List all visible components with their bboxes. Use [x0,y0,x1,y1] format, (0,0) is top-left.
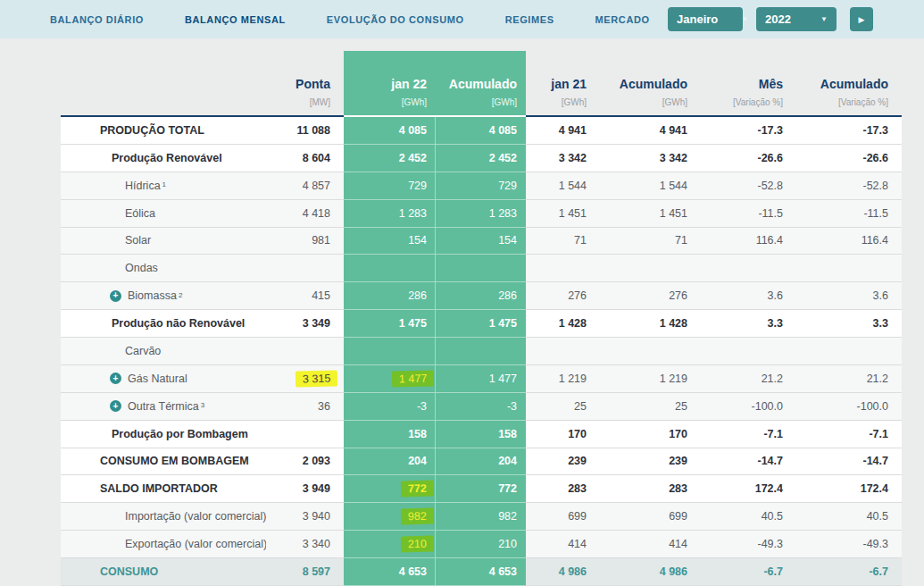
tab-regimes[interactable]: Regimes [505,14,554,25]
table-row-carvao: Carvão [61,338,902,365]
cell-value: 204 [408,455,427,467]
value-cell: 116.4 [712,228,801,255]
value-cell: 40.5 [712,503,801,531]
value-cell: -52.8 [712,172,801,200]
row-label-cell: Hídrica1 [61,172,266,200]
value-cell: 21.2 [712,365,801,393]
cell-value: 4 085 [489,124,517,137]
cell-value: 239 [669,455,687,467]
cell-value: 11 088 [296,124,330,137]
row-label: Outra Térmica [128,400,199,413]
cell-value: 170 [669,428,687,440]
row-label: SALDO IMPORTADOR [100,482,218,495]
expand-plus-icon[interactable]: + [110,400,121,412]
value-cell: 40.5 [801,503,902,531]
table-header-row: Ponta[MW]jan 22[GWh]Acumulado[GWh]jan 21… [61,38,902,117]
cell-value: 36 [318,400,330,413]
cell-value: -7.1 [869,428,888,440]
cell-value: -49.3 [863,538,889,550]
value-cell: 415 [266,282,344,310]
value-cell: -49.3 [712,531,801,558]
cell-value: 2 093 [303,455,330,467]
cell-value: 21.2 [762,373,783,385]
row-label: Gás Natural [128,373,187,385]
footnote-ref: 1 [162,180,166,188]
table-row-saldo-importador: SALDO IMPORTADOR3 949772772283283172.417… [61,475,902,503]
value-cell: 3.3 [801,310,902,338]
tab-balanco-mensal[interactable]: Balanço Mensal [185,14,286,25]
value-cell: 3 940 [266,503,344,531]
value-cell: 1 475 [344,310,435,338]
footnote-ref: 3 [201,401,204,409]
value-cell: 1 544 [618,172,712,200]
value-cell: 1 477 [344,365,435,393]
expand-plus-icon[interactable]: + [110,373,121,384]
row-label-cell: Exportação (valor comercial) [61,531,266,558]
marker-highlight: 1 477 [391,370,434,387]
tab-evolucao-do-consumo[interactable]: Evolução do Consumo [327,14,464,25]
value-cell: 3 340 [266,531,344,558]
value-cell [526,255,618,282]
value-cell: 71 [618,228,712,255]
column-label: jan 21 [551,77,587,91]
value-cell [344,255,435,282]
tab-mercado[interactable]: Mercado [595,14,650,25]
value-cell: 699 [618,503,712,531]
marker-highlight: 3 315 [295,370,337,387]
cell-value: 3 349 [303,317,330,330]
row-label: PRODUÇÃO TOTAL [100,124,204,137]
cell-value: 4 653 [489,565,517,578]
cell-value: 172.4 [861,482,888,495]
value-cell [266,421,344,448]
value-cell: 3.6 [801,282,902,310]
cell-value: 158 [498,428,517,440]
cell-value: -52.8 [758,180,784,192]
cell-value: 25 [574,400,587,413]
cell-value: -17.3 [758,124,784,137]
value-cell: -14.7 [801,448,902,476]
next-period-button[interactable]: ▶ [850,7,873,31]
period-controls: Janeiro ▼ 2022 ▼ ▶ [668,7,924,31]
value-cell: 1 219 [618,365,712,393]
row-label-cell: Produção por Bombagem [61,421,266,448]
cell-value: 3 342 [660,152,687,164]
value-cell: -11.5 [712,200,801,228]
cell-value: -7.1 [763,428,783,440]
column-header-mes-6: Mês[Variação %] [712,38,801,117]
value-cell [618,255,712,282]
cell-value: 8 597 [303,565,330,578]
row-label: Produção por Bombagem [112,428,248,440]
value-cell: -3 [435,393,526,421]
value-cell: 8 597 [266,558,344,586]
row-label: Eólica [125,207,155,220]
cell-value: 1 475 [399,317,427,330]
value-cell: 154 [435,228,526,255]
cell-value: 1 283 [399,207,427,220]
value-cell: 8 604 [266,145,344,172]
value-cell: 414 [526,531,618,558]
column-header-jan-21-4: jan 21[GWh] [526,38,618,117]
cell-value: 4 857 [303,180,330,192]
nav-tabs: Balanço DiárioBalanço MensalEvolução do … [0,14,650,25]
cell-value: 2 452 [399,152,427,164]
column-label: Acumulado [449,77,517,91]
expand-plus-icon[interactable]: + [110,290,121,302]
value-cell: -17.3 [801,117,902,145]
cell-value: -14.7 [758,455,784,467]
value-cell [344,338,435,365]
cell-value: 1 544 [660,180,687,192]
row-label-cell: +Gás Natural [61,365,266,393]
cell-value: 4 085 [399,124,427,137]
value-cell: 1 451 [618,200,712,228]
month-select[interactable]: Janeiro ▼ [668,7,743,31]
year-select[interactable]: 2022 ▼ [756,7,837,31]
value-cell: 204 [344,448,435,476]
value-cell [435,338,526,365]
value-cell: 3 342 [526,145,618,172]
table-row-hidrica: Hídrica14 8577297291 5441 544-52.8-52.8 [61,172,902,200]
cell-value: 1 428 [559,317,587,330]
tab-balanco-diario[interactable]: Balanço Diário [50,14,144,25]
marker-highlight: 772 [401,481,434,498]
cell-value: 8 604 [303,152,330,164]
column-header-ponta-1: Ponta[MW] [266,38,344,117]
